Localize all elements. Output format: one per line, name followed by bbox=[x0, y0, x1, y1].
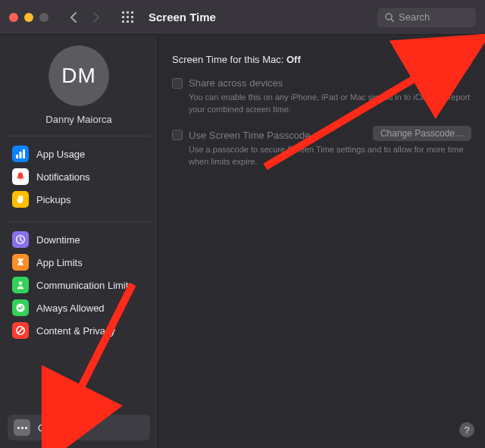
sidebar-item-label: App Limits bbox=[36, 257, 83, 268]
sidebar-item-communication-limits[interactable]: Communication Limits bbox=[8, 274, 150, 296]
zoom-window-button[interactable] bbox=[39, 13, 48, 22]
sidebar-item-always-allowed[interactable]: Always Allowed bbox=[8, 296, 150, 319]
status-text: Screen Time for this Mac: Off bbox=[172, 54, 301, 65]
sidebar-item-label: Downtime bbox=[36, 234, 80, 246]
back-button[interactable] bbox=[65, 8, 82, 27]
main-panel: Screen Time for this Mac: Off Turn On Sh… bbox=[158, 35, 485, 448]
search-icon bbox=[385, 13, 394, 22]
show-all-prefs-button[interactable] bbox=[118, 8, 138, 27]
sidebar-item-app-usage[interactable]: App Usage bbox=[8, 143, 150, 165]
sidebar-item-app-limits[interactable]: App Limits bbox=[8, 251, 150, 274]
svg-rect-11 bbox=[16, 155, 18, 158]
status-value: Off bbox=[286, 54, 301, 65]
hourglass-icon bbox=[12, 254, 29, 271]
sidebar-item-label: App Usage bbox=[36, 149, 85, 160]
sidebar-item-label: Content & Privacy bbox=[36, 325, 115, 337]
ellipsis-icon bbox=[14, 419, 30, 436]
avatar: DM bbox=[48, 45, 109, 106]
share-across-devices-block: Share across devices You can enable this… bbox=[172, 77, 471, 116]
sidebar-item-label: Pickups bbox=[36, 194, 71, 205]
svg-line-18 bbox=[17, 327, 23, 333]
svg-rect-1 bbox=[127, 11, 129, 14]
svg-rect-12 bbox=[20, 152, 22, 158]
hand-icon bbox=[12, 191, 29, 208]
bell-icon bbox=[12, 168, 29, 185]
sidebar-item-options[interactable]: Options bbox=[8, 415, 150, 440]
help-button[interactable]: ? bbox=[459, 422, 474, 437]
sidebar-item-pickups[interactable]: Pickups bbox=[8, 188, 150, 211]
share-title: Share across devices bbox=[189, 77, 283, 89]
status-row: Screen Time for this Mac: Off Turn On bbox=[172, 52, 471, 67]
svg-rect-8 bbox=[131, 20, 133, 23]
sidebar-item-label: Notifications bbox=[36, 171, 90, 183]
svg-rect-7 bbox=[127, 20, 129, 23]
svg-rect-6 bbox=[122, 20, 124, 23]
share-checkbox[interactable] bbox=[172, 78, 183, 89]
chevron-left-icon bbox=[70, 12, 77, 23]
sidebar-item-label: Communication Limits bbox=[36, 280, 133, 291]
profile-block: DM Danny Maiorca bbox=[8, 45, 150, 125]
svg-rect-5 bbox=[131, 16, 133, 18]
search-field[interactable] bbox=[377, 8, 476, 27]
sidebar-item-downtime[interactable]: Downtime bbox=[8, 228, 150, 251]
share-description: You can enable this on any iPhone, iPad … bbox=[189, 92, 471, 116]
grid-icon bbox=[122, 11, 134, 23]
divider bbox=[8, 136, 150, 136]
svg-rect-3 bbox=[122, 16, 124, 18]
turn-on-button[interactable]: Turn On bbox=[420, 52, 471, 67]
forward-button[interactable] bbox=[88, 8, 105, 27]
sidebar-item-content-privacy[interactable]: Content & Privacy bbox=[8, 319, 150, 342]
divider bbox=[8, 221, 150, 222]
person-icon bbox=[12, 277, 29, 293]
passcode-checkbox[interactable] bbox=[172, 130, 183, 140]
clock-icon bbox=[12, 231, 29, 248]
svg-rect-0 bbox=[122, 11, 124, 14]
close-window-button[interactable] bbox=[9, 13, 18, 22]
bar-chart-icon bbox=[12, 146, 29, 162]
chevron-right-icon bbox=[92, 12, 100, 23]
svg-line-10 bbox=[391, 19, 393, 21]
change-passcode-button[interactable]: Change Passcode… bbox=[373, 126, 471, 141]
svg-rect-13 bbox=[23, 149, 25, 158]
search-input[interactable] bbox=[399, 11, 467, 23]
sidebar-item-notifications[interactable]: Notifications bbox=[8, 165, 150, 188]
svg-point-15 bbox=[19, 281, 23, 285]
svg-rect-2 bbox=[131, 11, 133, 14]
passcode-description: Use a passcode to secure Screen Time set… bbox=[189, 144, 471, 168]
toolbar: Screen Time bbox=[0, 0, 485, 35]
minimize-window-button[interactable] bbox=[24, 13, 33, 22]
sidebar: DM Danny Maiorca App Usage Notifications… bbox=[0, 35, 158, 448]
svg-rect-4 bbox=[127, 16, 129, 18]
status-prefix: Screen Time for this Mac: bbox=[172, 54, 286, 65]
no-entry-icon bbox=[12, 322, 29, 339]
window-controls bbox=[9, 13, 48, 22]
passcode-title: Use Screen Time Passcode bbox=[189, 130, 310, 141]
sidebar-item-label: Always Allowed bbox=[36, 302, 105, 314]
profile-name: Danny Maiorca bbox=[45, 114, 111, 125]
sidebar-item-label: Options bbox=[38, 422, 72, 434]
check-badge-icon bbox=[12, 299, 29, 316]
page-title: Screen Time bbox=[149, 11, 216, 23]
